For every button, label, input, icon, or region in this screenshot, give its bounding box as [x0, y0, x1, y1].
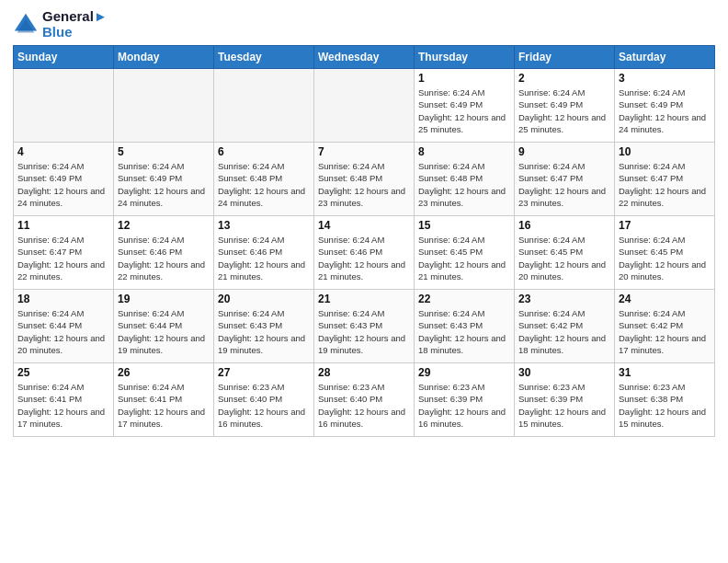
day-info: Sunrise: 6:24 AM Sunset: 6:43 PM Dayligh… — [318, 307, 410, 356]
calendar-cell: 2Sunrise: 6:24 AM Sunset: 6:49 PM Daylig… — [515, 69, 615, 143]
calendar-week-row: 4Sunrise: 6:24 AM Sunset: 6:49 PM Daylig… — [14, 143, 715, 216]
calendar-cell: 21Sunrise: 6:24 AM Sunset: 6:43 PM Dayli… — [314, 290, 415, 363]
calendar-cell: 24Sunrise: 6:24 AM Sunset: 6:42 PM Dayli… — [615, 290, 715, 363]
day-number: 29 — [418, 366, 510, 379]
day-info: Sunrise: 6:23 AM Sunset: 6:38 PM Dayligh… — [619, 381, 711, 430]
day-info: Sunrise: 6:24 AM Sunset: 6:45 PM Dayligh… — [418, 234, 510, 282]
day-number: 8 — [418, 145, 510, 158]
calendar-cell: 5Sunrise: 6:24 AM Sunset: 6:49 PM Daylig… — [114, 143, 214, 216]
calendar-header: SundayMondayTuesdayWednesdayThursdayFrid… — [14, 46, 715, 69]
day-info: Sunrise: 6:24 AM Sunset: 6:49 PM Dayligh… — [619, 86, 711, 135]
calendar-cell: 25Sunrise: 6:24 AM Sunset: 6:41 PM Dayli… — [14, 363, 114, 437]
day-info: Sunrise: 6:24 AM Sunset: 6:46 PM Dayligh… — [318, 234, 410, 282]
calendar-cell: 26Sunrise: 6:24 AM Sunset: 6:41 PM Dayli… — [114, 363, 214, 437]
calendar-cell: 18Sunrise: 6:24 AM Sunset: 6:44 PM Dayli… — [14, 290, 114, 363]
calendar-cell: 30Sunrise: 6:23 AM Sunset: 6:39 PM Dayli… — [515, 363, 615, 437]
weekday-header: Tuesday — [214, 46, 314, 69]
day-number: 1 — [418, 72, 510, 85]
calendar-cell: 11Sunrise: 6:24 AM Sunset: 6:47 PM Dayli… — [14, 216, 114, 290]
day-info: Sunrise: 6:24 AM Sunset: 6:42 PM Dayligh… — [619, 307, 711, 356]
day-info: Sunrise: 6:24 AM Sunset: 6:44 PM Dayligh… — [118, 307, 210, 356]
day-info: Sunrise: 6:24 AM Sunset: 6:48 PM Dayligh… — [418, 160, 510, 209]
calendar-cell: 8Sunrise: 6:24 AM Sunset: 6:48 PM Daylig… — [415, 143, 515, 216]
weekday-row: SundayMondayTuesdayWednesdayThursdayFrid… — [14, 46, 715, 69]
weekday-header: Thursday — [415, 46, 515, 69]
calendar-cell: 6Sunrise: 6:24 AM Sunset: 6:48 PM Daylig… — [214, 143, 314, 216]
day-info: Sunrise: 6:23 AM Sunset: 6:40 PM Dayligh… — [318, 381, 410, 430]
day-number: 19 — [118, 293, 210, 305]
day-number: 3 — [619, 72, 711, 85]
day-number: 12 — [118, 219, 210, 232]
day-info: Sunrise: 6:24 AM Sunset: 6:46 PM Dayligh… — [118, 234, 210, 282]
weekday-header: Friday — [515, 46, 615, 69]
calendar-cell — [314, 69, 415, 143]
day-number: 30 — [518, 366, 610, 379]
day-number: 24 — [619, 293, 711, 305]
day-number: 31 — [619, 366, 711, 379]
calendar-cell — [214, 69, 314, 143]
calendar-table: SundayMondayTuesdayWednesdayThursdayFrid… — [13, 45, 715, 437]
calendar-cell — [14, 69, 114, 143]
day-info: Sunrise: 6:23 AM Sunset: 6:39 PM Dayligh… — [518, 381, 610, 430]
day-number: 16 — [518, 219, 610, 232]
day-info: Sunrise: 6:24 AM Sunset: 6:45 PM Dayligh… — [619, 234, 711, 282]
day-number: 9 — [518, 145, 610, 158]
day-info: Sunrise: 6:24 AM Sunset: 6:48 PM Dayligh… — [218, 160, 310, 209]
day-number: 7 — [318, 145, 410, 158]
calendar-cell: 19Sunrise: 6:24 AM Sunset: 6:44 PM Dayli… — [114, 290, 214, 363]
day-number: 27 — [218, 366, 310, 379]
calendar-cell: 27Sunrise: 6:23 AM Sunset: 6:40 PM Dayli… — [214, 363, 314, 437]
calendar-body: 1Sunrise: 6:24 AM Sunset: 6:49 PM Daylig… — [14, 69, 715, 437]
logo: General► Blue — [13, 9, 108, 40]
day-info: Sunrise: 6:24 AM Sunset: 6:47 PM Dayligh… — [619, 160, 711, 209]
calendar-cell: 12Sunrise: 6:24 AM Sunset: 6:46 PM Dayli… — [114, 216, 214, 290]
day-info: Sunrise: 6:24 AM Sunset: 6:49 PM Dayligh… — [118, 160, 210, 209]
day-number: 6 — [218, 145, 310, 158]
day-info: Sunrise: 6:24 AM Sunset: 6:45 PM Dayligh… — [518, 234, 610, 282]
day-info: Sunrise: 6:24 AM Sunset: 6:43 PM Dayligh… — [418, 307, 510, 356]
day-number: 2 — [518, 72, 610, 85]
calendar-cell: 31Sunrise: 6:23 AM Sunset: 6:38 PM Dayli… — [615, 363, 715, 437]
day-number: 25 — [17, 366, 109, 379]
day-number: 22 — [418, 293, 510, 305]
weekday-header: Saturday — [615, 46, 715, 69]
day-number: 17 — [619, 219, 711, 232]
calendar-cell: 9Sunrise: 6:24 AM Sunset: 6:47 PM Daylig… — [515, 143, 615, 216]
day-number: 28 — [318, 366, 410, 379]
day-number: 11 — [17, 219, 109, 232]
calendar-cell: 1Sunrise: 6:24 AM Sunset: 6:49 PM Daylig… — [415, 69, 515, 143]
day-info: Sunrise: 6:24 AM Sunset: 6:46 PM Dayligh… — [218, 234, 310, 282]
day-number: 5 — [118, 145, 210, 158]
calendar-cell: 7Sunrise: 6:24 AM Sunset: 6:48 PM Daylig… — [314, 143, 415, 216]
calendar-week-row: 11Sunrise: 6:24 AM Sunset: 6:47 PM Dayli… — [14, 216, 715, 290]
day-info: Sunrise: 6:24 AM Sunset: 6:47 PM Dayligh… — [17, 234, 109, 282]
day-number: 15 — [418, 219, 510, 232]
day-info: Sunrise: 6:24 AM Sunset: 6:49 PM Dayligh… — [518, 86, 610, 135]
day-number: 4 — [17, 145, 109, 158]
day-info: Sunrise: 6:24 AM Sunset: 6:41 PM Dayligh… — [17, 381, 109, 430]
calendar-cell: 15Sunrise: 6:24 AM Sunset: 6:45 PM Dayli… — [415, 216, 515, 290]
page-container: General► Blue SundayMondayTuesdayWednesd… — [0, 0, 728, 444]
day-info: Sunrise: 6:24 AM Sunset: 6:41 PM Dayligh… — [118, 381, 210, 430]
calendar-cell: 20Sunrise: 6:24 AM Sunset: 6:43 PM Dayli… — [214, 290, 314, 363]
weekday-header: Wednesday — [314, 46, 415, 69]
day-number: 18 — [17, 293, 109, 305]
day-info: Sunrise: 6:24 AM Sunset: 6:47 PM Dayligh… — [518, 160, 610, 209]
day-info: Sunrise: 6:23 AM Sunset: 6:40 PM Dayligh… — [218, 381, 310, 430]
calendar-week-row: 18Sunrise: 6:24 AM Sunset: 6:44 PM Dayli… — [14, 290, 715, 363]
calendar-cell: 10Sunrise: 6:24 AM Sunset: 6:47 PM Dayli… — [615, 143, 715, 216]
calendar-week-row: 1Sunrise: 6:24 AM Sunset: 6:49 PM Daylig… — [14, 69, 715, 143]
day-number: 14 — [318, 219, 410, 232]
day-info: Sunrise: 6:24 AM Sunset: 6:42 PM Dayligh… — [518, 307, 610, 356]
calendar-cell — [114, 69, 214, 143]
calendar-cell: 17Sunrise: 6:24 AM Sunset: 6:45 PM Dayli… — [615, 216, 715, 290]
calendar-cell: 14Sunrise: 6:24 AM Sunset: 6:46 PM Dayli… — [314, 216, 415, 290]
weekday-header: Monday — [114, 46, 214, 69]
logo-icon — [13, 12, 39, 38]
calendar-cell: 16Sunrise: 6:24 AM Sunset: 6:45 PM Dayli… — [515, 216, 615, 290]
calendar-week-row: 25Sunrise: 6:24 AM Sunset: 6:41 PM Dayli… — [14, 363, 715, 437]
calendar-cell: 28Sunrise: 6:23 AM Sunset: 6:40 PM Dayli… — [314, 363, 415, 437]
day-number: 23 — [518, 293, 610, 305]
weekday-header: Sunday — [14, 46, 114, 69]
day-number: 20 — [218, 293, 310, 305]
